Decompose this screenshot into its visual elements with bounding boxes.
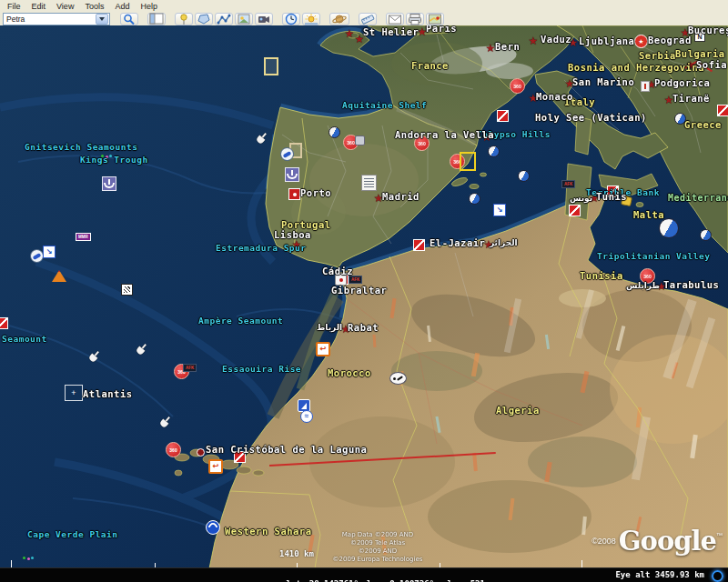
email-icon — [388, 13, 402, 25]
dive-flag-icon[interactable] — [413, 239, 425, 251]
print-button[interactable] — [406, 13, 424, 25]
swim-icon[interactable] — [300, 410, 313, 423]
sign-icon[interactable] — [361, 175, 377, 191]
beachball-icon[interactable] — [469, 193, 480, 205]
uturn-icon[interactable] — [316, 342, 330, 356]
menu-item[interactable]: Help — [135, 1, 163, 12]
search-input[interactable]: Petra — [4, 15, 96, 24]
survey-icon[interactable] — [65, 385, 83, 401]
menu-item[interactable]: File — [2, 1, 26, 12]
menu-item[interactable]: Edit — [26, 1, 52, 12]
red-marker-icon[interactable] — [288, 188, 300, 200]
frame-gold-icon[interactable] — [460, 152, 476, 171]
dive-flag-icon[interactable] — [569, 205, 581, 216]
search-icon — [122, 13, 136, 25]
map-label: Kings Trough — [80, 155, 148, 165]
tag-purple-icon[interactable]: MMR — [76, 233, 91, 241]
beachball-icon[interactable] — [329, 126, 340, 138]
credit-line: ©2009 Tele Atlas — [307, 539, 449, 547]
p360-icon[interactable]: 360 — [510, 78, 525, 94]
eye-alt-value: Eye alt 3459.93 km — [615, 570, 704, 579]
map-label: Cádiz — [322, 266, 353, 276]
menu-item[interactable]: Add — [109, 1, 135, 12]
map-viewport[interactable]: N360360360360360360360MMRAFKAFKAFK Gnits… — [0, 25, 728, 568]
map-label: El-Jazair — [430, 237, 485, 248]
map-label: Holy See (Vatican) — [535, 112, 647, 123]
map-label: Cape Verde Plain — [27, 529, 118, 539]
climber-icon[interactable] — [389, 372, 407, 385]
switch-planet-button[interactable] — [329, 13, 349, 25]
beachball-icon[interactable] — [488, 146, 500, 157]
beachball-icon[interactable] — [518, 170, 530, 182]
gear-icon[interactable] — [355, 135, 365, 146]
google-wordmark: Google — [619, 526, 716, 557]
anchor-icon[interactable] — [285, 167, 299, 182]
record-tour-button[interactable] — [255, 13, 273, 25]
menu-item[interactable]: Tools — [79, 1, 109, 12]
map-label: Morocco — [328, 367, 371, 378]
ruler-icon — [360, 13, 375, 25]
scale-label: 1410 km — [11, 549, 582, 558]
map-label: Sofia — [696, 59, 727, 70]
anchor-icon[interactable] — [102, 176, 116, 191]
blue-globe-icon[interactable] — [280, 147, 294, 161]
map-label: Beograd — [648, 35, 692, 45]
menu-item[interactable]: View — [51, 1, 79, 12]
star-icon[interactable] — [528, 35, 539, 46]
star-circle-icon[interactable] — [634, 35, 648, 48]
search-combobox[interactable]: Petra — [3, 13, 110, 25]
map-label: Ljubljana — [579, 35, 634, 46]
map-label: الجزائر — [490, 238, 518, 247]
streaming-indicator-icon[interactable] — [712, 570, 723, 582]
email-button[interactable] — [386, 13, 404, 25]
add-image-overlay-button[interactable] — [235, 13, 253, 25]
view-in-maps-button[interactable] — [426, 13, 444, 25]
qr-icon[interactable] — [121, 284, 133, 296]
map-label: Seamount — [2, 334, 47, 344]
map-label: Vaduz — [541, 34, 571, 45]
p360-icon[interactable]: 360 — [166, 442, 181, 457]
blue-globe-icon[interactable] — [30, 249, 44, 263]
map-icon — [428, 13, 442, 25]
blue-arrow-icon[interactable] — [43, 246, 56, 258]
historical-imagery-button[interactable] — [282, 13, 300, 25]
add-placemark-button[interactable] — [175, 13, 193, 25]
map-label: Lisboa — [274, 229, 311, 240]
wave-icon[interactable] — [206, 520, 220, 535]
eye-altitude-readout: Eye alt 3459.93 km — [615, 570, 704, 579]
uturn-icon[interactable] — [208, 459, 223, 474]
add-polygon-button[interactable] — [195, 13, 213, 25]
map-label: Western Sahara — [225, 526, 312, 537]
city-dot-icon[interactable] — [197, 448, 205, 457]
blue-arrow-icon[interactable] — [493, 204, 506, 216]
dive-flag-icon[interactable] — [497, 110, 509, 122]
ruler-button[interactable] — [359, 13, 377, 25]
map-label: Bosnia and Herzegovina — [568, 62, 704, 73]
beachball-lg-icon[interactable] — [659, 218, 679, 238]
toolbar: Petra — [0, 12, 728, 26]
credit-line: ©2009 AND — [307, 547, 449, 556]
sunlight-button[interactable] — [302, 13, 320, 25]
combo-dropdown-button[interactable] — [96, 14, 108, 25]
map-label: San Marino — [572, 76, 634, 87]
search-button[interactable] — [120, 13, 138, 25]
map-label: Tarabulus — [663, 279, 719, 290]
add-path-button[interactable] — [215, 13, 233, 25]
logo-copyright: ©2008 — [592, 537, 616, 546]
map-label: Rabat — [348, 322, 379, 333]
monument-icon[interactable] — [641, 81, 650, 92]
show-sidebar-button[interactable] — [147, 13, 166, 25]
map-label: Essaouira Rise — [222, 364, 301, 374]
camcorder-icon — [257, 13, 271, 25]
map-label: Monaco — [536, 91, 573, 102]
frame-yellow-icon[interactable] — [264, 57, 278, 75]
tag-dark-icon[interactable]: AFK — [349, 276, 362, 284]
tag-dark-icon[interactable]: AFK — [183, 364, 197, 372]
dive-flag-icon[interactable] — [0, 317, 8, 329]
beachball-icon[interactable] — [700, 229, 712, 241]
dive-flag-icon[interactable] — [717, 105, 728, 116]
tag-dark-icon[interactable]: AFK — [561, 180, 575, 188]
map-label: Mediterranean — [668, 193, 728, 203]
map-label: Algeria — [496, 405, 540, 416]
credit-line: ©2009 Europa Technologies — [307, 556, 449, 564]
